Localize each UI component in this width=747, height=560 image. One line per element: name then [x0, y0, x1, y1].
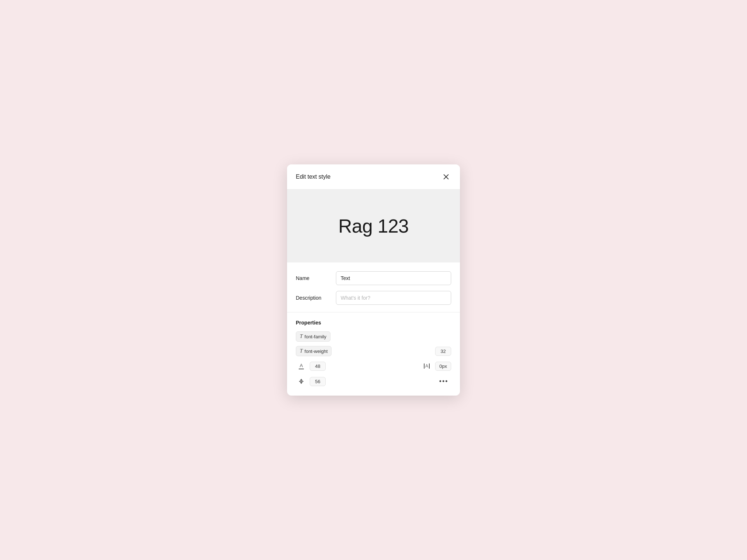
font-size-icon-btn[interactable]: A — [296, 361, 307, 372]
line-height-icon-btn[interactable] — [296, 376, 307, 387]
modal-header: Edit text style — [287, 164, 460, 190]
modal-title: Edit text style — [296, 174, 330, 180]
name-row: Name — [296, 271, 451, 285]
font-size-icon: A — [299, 363, 304, 369]
line-height-value[interactable]: 56 — [310, 377, 326, 386]
name-input[interactable] — [336, 271, 451, 285]
font-family-row: T font-family — [296, 331, 451, 342]
edit-text-style-modal: Edit text style Rag 123 Name Description… — [287, 164, 460, 396]
more-icon: ••• — [439, 378, 448, 385]
description-input[interactable] — [336, 291, 451, 305]
preview-area: Rag 123 — [287, 190, 460, 262]
close-button[interactable] — [441, 172, 451, 182]
preview-text: Rag 123 — [338, 215, 409, 237]
font-weight-tag[interactable]: T font-weight — [296, 346, 332, 356]
properties-title: Properties — [296, 320, 451, 326]
font-family-label: font-family — [305, 334, 326, 339]
form-section: Name Description — [287, 262, 460, 312]
font-weight-value[interactable]: 32 — [435, 347, 451, 356]
properties-section: Properties T font-family T font-weight 3… — [287, 312, 460, 396]
line-height-row: 56 ••• — [296, 376, 451, 387]
description-row: Description — [296, 291, 451, 305]
font-weight-label: font-weight — [305, 349, 328, 354]
font-size-value[interactable]: 48 — [310, 362, 326, 371]
description-label: Description — [296, 295, 336, 301]
font-family-tag[interactable]: T font-family — [296, 331, 330, 342]
font-family-icon: T — [300, 334, 303, 339]
letter-spacing-icon: A — [424, 363, 429, 369]
font-size-row: A 48 A 0px — [296, 361, 451, 372]
more-options-button[interactable]: ••• — [436, 376, 451, 387]
name-label: Name — [296, 275, 336, 281]
letter-spacing-icon-btn[interactable]: A — [421, 361, 432, 372]
font-weight-icon: T — [300, 348, 303, 354]
letter-spacing-value[interactable]: 0px — [435, 362, 451, 371]
font-weight-row: T font-weight 32 — [296, 346, 451, 356]
line-height-icon — [299, 379, 303, 384]
